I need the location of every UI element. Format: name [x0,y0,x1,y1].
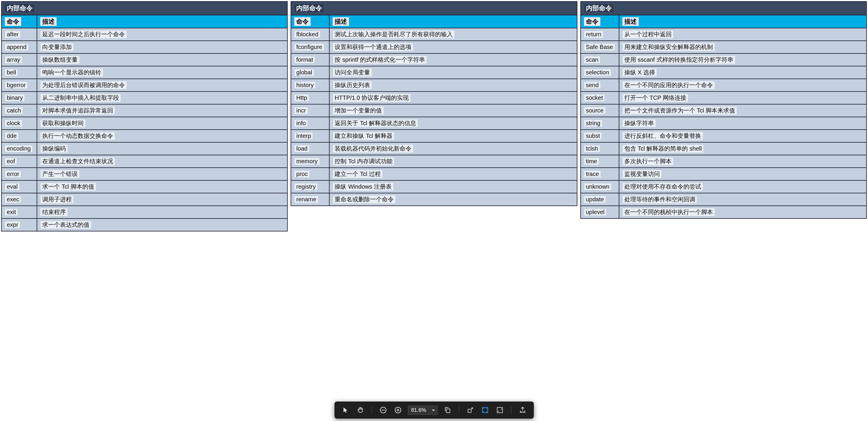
svg-point-11 [523,412,524,413]
svg-point-12 [525,412,525,413]
cmd-cell: scan [581,54,619,66]
table-column-1: 内部命令 命令 描述 after延迟一段时间之后执行一个命令append向变量添… [1,1,288,420]
desc-value: 打开一个 TCP 网络连接 [622,94,689,102]
cmd-cell: update [581,193,619,206]
desc-cell: 在通道上检查文件结束状况 [37,155,287,168]
desc-value: 返回关于 Tcl 解释器状态的信息 [333,119,418,128]
cmd-value: subst [584,132,602,140]
cmd-cell: socket [581,92,619,104]
table-row: global访问全局变量 [291,66,577,79]
zoom-in-button[interactable] [393,406,403,415]
desc-cell: 在一个不同的栈桢中执行一个脚本 [619,206,867,219]
cmd-cell: clock [1,117,37,130]
cmd-value: array [5,56,23,63]
cmd-cell: history [291,79,329,92]
desc-value: 在一个不同的栈桢中执行一个脚本 [622,208,715,217]
cmd-cell: Safe Base [581,41,619,54]
cmd-cell: expr [1,219,37,231]
svg-rect-6 [468,409,471,413]
desc-value: 求一个 Tcl 脚本的值 [40,183,96,191]
table-title: 内部命令 [581,1,867,15]
cmd-value: selection [584,69,611,76]
pointer-tool-button[interactable] [341,406,350,415]
cmd-value: time [584,158,599,165]
table-row: bgerror为处理后台错误而被调用的命令 [1,79,287,92]
copy-button[interactable] [443,406,452,415]
desc-value: 操纵字符串 [622,119,656,128]
fullscreen-button[interactable] [495,406,504,415]
cmd-value: registry [294,183,318,190]
cmd-value: tclsh [584,145,600,152]
desc-value: 执行一个动态数据交换命令 [40,132,115,140]
commands-table-2: 内部命令 命令 描述 fblocked测试上次输入操作是否耗尽了所有获得的输入f… [290,1,577,206]
share-button[interactable] [518,406,527,415]
desc-cell: 执行一个动态数据交换命令 [37,130,287,142]
table-row: selection操纵 X 选择 [581,66,867,79]
cmd-cell: bell [1,66,37,79]
desc-cell: 建立一个 Tcl 过程 [329,168,577,181]
fit-page-button[interactable] [480,406,490,415]
table-row: send在一个不同的应用的执行一个命令 [581,79,867,92]
table-row: error产生一个错误 [1,168,287,181]
desc-cell: 操纵 Windows 注册表 [329,181,577,193]
cmd-cell: dde [1,130,37,142]
desc-cell: 监视变量访问 [619,168,867,181]
desc-cell: 对脚本求值并追踪异常返回 [37,104,287,117]
zoom-level-select[interactable]: 81.6% [408,406,437,415]
cmd-cell: source [581,104,619,117]
desc-cell: 求一个 Tcl 脚本的值 [37,181,287,193]
cmd-cell: time [581,155,619,168]
desc-cell: 结束程序 [37,206,287,219]
toolbar-separator [511,406,511,414]
desc-value: 延迟一段时间之后执行一个命令 [40,30,127,39]
cmd-value: binary [5,94,25,102]
cmd-cell: fblocked [291,28,329,41]
table-row: dde执行一个动态数据交换命令 [1,130,287,142]
desc-cell: 操纵字符串 [619,117,867,130]
cmd-value: format [294,56,315,63]
desc-value: 从二进制串中插入和提取字段 [40,94,121,102]
rotate-button[interactable] [465,406,475,415]
desc-cell: 操纵编码 [37,142,287,155]
document-page: 内部命令 命令 描述 after延迟一段时间之后执行一个命令append向变量添… [0,0,868,421]
desc-cell: 在一个不同的应用的执行一个命令 [619,79,867,92]
desc-value: 按 sprintf 的式样格式化一个字符串 [333,56,427,64]
desc-value: 重命名或删除一个命令 [333,195,396,204]
desc-cell: 测试上次输入操作是否耗尽了所有获得的输入 [329,28,577,41]
cmd-value: rename [294,196,318,203]
table-row: memory控制 Tcl 内存调试功能 [291,155,577,168]
toolbar-separator [459,406,459,414]
desc-value: 进行反斜杠、命令和变量替换 [622,132,703,140]
desc-value: 监视变量访问 [622,170,662,178]
cmd-value: Http [294,94,309,102]
table-row: return从一个过程中返回 [581,28,867,41]
cmd-cell: eval [1,181,37,193]
desc-value: 操纵历史列表 [333,81,372,90]
table-title: 内部命令 [1,1,287,15]
desc-cell: 按 sprintf 的式样格式化一个字符串 [329,54,577,66]
cmd-cell: incr [291,104,329,117]
cmd-value: exit [5,208,18,216]
cmd-value: append [5,43,29,51]
table-row: time多次执行一个脚本 [581,155,867,168]
table-row: source把一个文件或资源作为一个 Tcl 脚本来求值 [581,104,867,117]
table-row: string操纵字符串 [581,117,867,130]
hand-tool-button[interactable] [355,406,365,415]
zoom-out-button[interactable] [378,406,388,415]
desc-cell: 鸣响一个显示器的镇铃 [37,66,287,79]
desc-cell: 设置和获得一个通道上的选项 [329,41,577,54]
cmd-value: unknown [584,183,612,190]
table-row: after延迟一段时间之后执行一个命令 [1,28,287,41]
svg-point-9 [520,412,520,413]
desc-cell: 建立和操纵 Tcl 解释器 [329,130,577,142]
cmd-value: uplevel [584,208,607,216]
cmd-cell: send [581,79,619,92]
cmd-cell: trace [581,168,619,181]
cmd-cell: string [581,117,619,130]
table-row: format按 sprintf 的式样格式化一个字符串 [291,54,577,66]
desc-value: 求一个表达式的值 [40,221,92,229]
cmd-cell: info [291,117,329,130]
desc-cell: 装载机器代码并初始化新命令 [329,142,577,155]
svg-point-10 [521,412,522,413]
cmd-value: bell [5,69,18,76]
